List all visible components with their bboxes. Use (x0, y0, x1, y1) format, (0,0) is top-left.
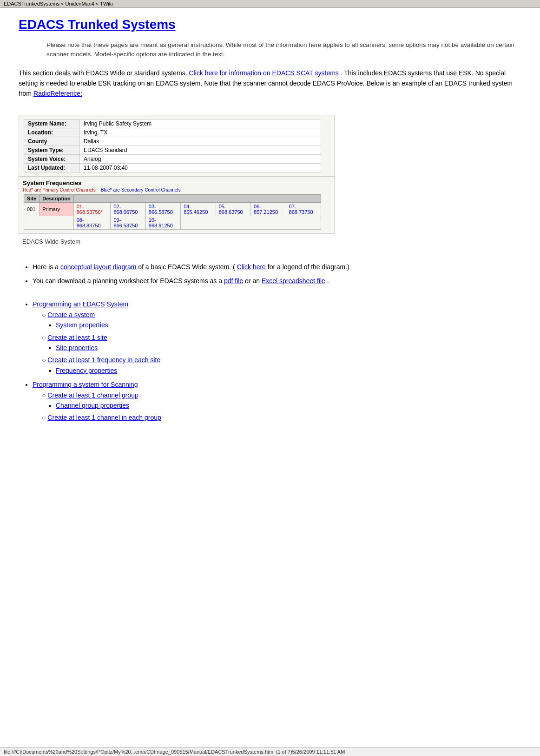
toc-sub-sub-2: Site properties (56, 343, 521, 353)
legend-link[interactable]: Click here (237, 263, 266, 271)
rr-info-table: System Name: Irving Public Safety System… (24, 119, 321, 172)
toc-sub-create-site: Create at least 1 site Site properties (42, 332, 521, 353)
freq-properties-link[interactable]: Frequency properties (56, 367, 117, 374)
sys-freq-header: System Frequencies (19, 176, 334, 187)
toc-sub-channel-group: Create at least 1 channel group Channel … (42, 390, 521, 411)
radioreference-link[interactable]: RadioReference: (33, 90, 82, 97)
freq-note: Red* are Primary Control Channels Blue* … (19, 187, 334, 194)
excel-link[interactable]: Excel spreadsheet file (262, 277, 325, 285)
intro-paragraph: This section deals with EDACS Wide or st… (19, 68, 521, 99)
toc-list: Programming an EDACS System Create a sys… (33, 299, 521, 423)
bullet-diagram: Here is a conceptual layout diagram of a… (33, 262, 521, 272)
create-freq-link[interactable]: Create at least 1 frequency in each site (47, 356, 160, 364)
programming-link[interactable]: Programming an EDACS System (33, 300, 128, 308)
pdf-link[interactable]: pdf file (224, 277, 243, 285)
edacs-scat-link[interactable]: Click here for information on EDACS SCAT… (189, 69, 338, 77)
toc-sub-sub-1: System properties (56, 320, 521, 330)
toc-sub-sub-3: Frequency properties (56, 365, 521, 376)
toc-item-programming: Programming an EDACS System Create a sys… (33, 299, 521, 376)
toc-sub-sub-4: Channel group properties (56, 400, 521, 411)
create-site-link[interactable]: Create at least 1 site (47, 334, 107, 341)
create-system-link[interactable]: Create a system (47, 311, 95, 318)
toc-sub-create-system: Create a system System properties (42, 310, 521, 331)
page-title: EDACS Trunked Systems (19, 17, 521, 32)
toc-channel-group-props: Channel group properties (56, 400, 521, 411)
toc-sub-create-freq: Create at least 1 frequency in each site… (42, 355, 521, 376)
system-table-image: System Name: Irving Public Safety System… (19, 115, 335, 234)
toc-system-properties: System properties (56, 320, 521, 330)
toc-item-scanning: Programming a system for Scanning Create… (33, 379, 521, 423)
image-caption: EDACS Wide System (19, 236, 335, 247)
channel-group-props-link[interactable]: Channel group properties (56, 402, 129, 409)
toc-site-properties: Site properties (56, 343, 521, 353)
note-box: Please note that these pages are meant a… (46, 40, 521, 60)
bullet-list: Here is a conceptual layout diagram of a… (33, 262, 521, 286)
channel-in-group-link[interactable]: Create at least 1 channel in each group (47, 414, 161, 421)
freq-table: Site Description 001 Primary 01-868.5375… (24, 194, 321, 230)
scanning-link[interactable]: Programming a system for Scanning (33, 381, 138, 388)
toc-sub-channel-in-group: Create at least 1 channel in each group (42, 412, 521, 423)
toc-sub-list-2: Create at least 1 channel group Channel … (42, 390, 521, 423)
toc-freq-properties: Frequency properties (56, 365, 521, 376)
browser-tab: EDACSTrunkedSystems < UnidenMan4 < TWiki (0, 0, 540, 8)
bullet-worksheet: You can download a planning worksheet fo… (33, 276, 521, 286)
diagram-link[interactable]: conceptual layout diagram (60, 263, 136, 271)
system-properties-link[interactable]: System properties (56, 321, 108, 329)
channel-group-link[interactable]: Create at least 1 channel group (47, 391, 138, 399)
toc-sub-list-1: Create a system System properties Create… (42, 310, 521, 376)
site-properties-link[interactable]: Site properties (56, 344, 98, 351)
